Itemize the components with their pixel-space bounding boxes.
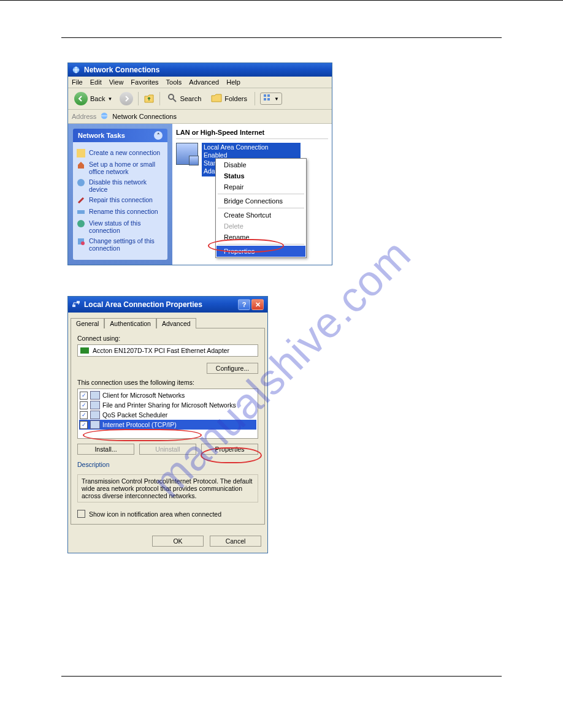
help-button[interactable]: ?	[238, 299, 250, 310]
collapse-chevron-icon[interactable]: ˄	[154, 131, 163, 140]
tasks-header-label: Network Tasks	[78, 132, 125, 139]
uninstall-button: Uninstall	[139, 444, 196, 455]
titlebar: Network Connections	[68, 63, 332, 77]
protocol-icon	[90, 420, 100, 429]
address-label: Address	[72, 113, 96, 120]
views-button[interactable]: ▼	[260, 93, 282, 105]
ok-button[interactable]: OK	[152, 536, 204, 547]
rename-icon	[77, 208, 85, 216]
list-item-tcpip[interactable]: ✓ Internet Protocol (TCP/IP)	[79, 420, 256, 430]
menu-edit[interactable]: Edit	[90, 78, 102, 86]
network-connections-window: Network Connections File Edit View Favor…	[67, 63, 332, 265]
menu-tools[interactable]: Tools	[166, 78, 182, 86]
folders-icon	[211, 93, 222, 104]
close-button[interactable]: ✕	[251, 299, 264, 310]
svg-point-10	[77, 220, 85, 227]
address-value[interactable]: Network Connections	[112, 113, 177, 120]
toolbar-separator	[138, 92, 139, 105]
task-label: Set up a home or small office network	[89, 161, 164, 175]
tab-row: General Authentication Advanced	[71, 317, 265, 328]
checkbox-icon[interactable]: ✓	[80, 421, 88, 429]
connection-icon	[72, 300, 80, 310]
tab-advanced[interactable]: Advanced	[156, 318, 196, 328]
group-header: LAN or High-Speed Internet	[176, 127, 328, 139]
svg-rect-2	[264, 94, 266, 97]
back-arrow-icon	[74, 92, 88, 105]
list-item[interactable]: ✓ QoS Packet Scheduler	[79, 410, 256, 420]
views-icon	[263, 94, 272, 104]
address-bar: Address Network Connections	[68, 110, 332, 124]
svg-rect-4	[264, 98, 266, 100]
menu-separator	[218, 194, 304, 194]
toolbar-separator	[255, 92, 255, 105]
menu-properties[interactable]: Properties	[216, 246, 305, 257]
item-label: QoS Packet Scheduler	[102, 411, 167, 419]
install-button[interactable]: Install...	[77, 444, 134, 455]
svg-rect-7	[77, 149, 85, 157]
task-label: View status of this connection	[89, 219, 164, 234]
task-create-connection[interactable]: Create a new connection	[77, 149, 164, 157]
checkbox-icon[interactable]: ✓	[80, 401, 88, 409]
list-item[interactable]: ✓ Client for Microsoft Networks	[79, 390, 256, 400]
task-view-status[interactable]: View status of this connection	[77, 219, 164, 234]
folders-button[interactable]: Folders	[209, 92, 250, 105]
task-label: Rename this connection	[89, 208, 158, 215]
disable-icon	[77, 178, 85, 187]
menu-shortcut[interactable]: Create Shortcut	[216, 210, 305, 221]
menu-disable[interactable]: Disable	[216, 159, 305, 170]
task-disable-device[interactable]: Disable this network device	[77, 178, 164, 193]
menu-status[interactable]: Status	[216, 170, 305, 181]
menu-help[interactable]: Help	[226, 78, 240, 86]
menu-favorites[interactable]: Favorites	[131, 78, 158, 86]
menubar: File Edit View Favorites Tools Advanced …	[68, 77, 332, 88]
wizard-icon	[77, 149, 85, 157]
back-button[interactable]: Back ▼	[72, 91, 115, 107]
svg-point-12	[81, 241, 85, 245]
items-label: This connection uses the following items…	[77, 379, 258, 386]
lan-connection-icon	[176, 143, 198, 165]
connect-using-label: Connect using:	[77, 335, 258, 342]
task-label: Disable this network device	[89, 178, 164, 193]
checkbox-icon[interactable]: ✓	[80, 392, 88, 400]
properties-button[interactable]: Properties	[201, 444, 258, 455]
status-icon	[77, 219, 85, 228]
task-setup-network[interactable]: Set up a home or small office network	[77, 161, 164, 175]
menu-bridge[interactable]: Bridge Connections	[216, 195, 305, 207]
tab-general[interactable]: General	[71, 318, 104, 328]
task-change-settings[interactable]: Change settings of this connection	[77, 237, 164, 252]
titlebar: Local Area Connection Properties ? ✕	[68, 297, 267, 313]
service-icon	[90, 411, 100, 419]
repair-icon	[77, 196, 85, 205]
search-button[interactable]: Search	[165, 92, 204, 105]
task-rename[interactable]: Rename this connection	[77, 208, 164, 216]
cancel-button[interactable]: Cancel	[210, 536, 261, 547]
forward-button[interactable]	[120, 92, 133, 105]
checkbox-icon[interactable]: ✓	[80, 411, 88, 419]
menu-advanced[interactable]: Advanced	[189, 78, 219, 86]
tab-authentication[interactable]: Authentication	[104, 318, 156, 328]
network-icon	[100, 112, 109, 121]
menu-rename[interactable]: Rename	[216, 232, 305, 243]
configure-button[interactable]: Configure...	[207, 363, 258, 374]
tasks-header[interactable]: Network Tasks ˄	[73, 129, 167, 142]
task-label: Create a new connection	[89, 149, 160, 156]
adapter-field[interactable]: Accton EN1207D-TX PCI Fast Ethernet Adap…	[77, 344, 258, 357]
components-list[interactable]: ✓ Client for Microsoft Networks ✓ File a…	[77, 389, 258, 439]
svg-point-1	[169, 94, 174, 99]
dialog-buttons: OK Cancel	[68, 529, 267, 553]
task-repair[interactable]: Repair this connection	[77, 196, 164, 205]
dialog-title: Local Area Connection Properties	[84, 300, 202, 309]
item-label: Internet Protocol (TCP/IP)	[102, 421, 177, 428]
list-item[interactable]: ✓ File and Printer Sharing for Microsoft…	[79, 400, 256, 410]
context-menu: Disable Status Repair Bridge Connections…	[215, 158, 307, 258]
menu-delete: Delete	[216, 221, 305, 232]
menu-repair[interactable]: Repair	[216, 181, 305, 192]
menu-view[interactable]: View	[109, 78, 124, 86]
service-icon	[90, 401, 100, 409]
show-icon-row[interactable]: Show icon in notification area when conn…	[77, 510, 258, 518]
checkbox-icon[interactable]	[77, 510, 85, 518]
up-folder-button[interactable]	[144, 93, 155, 105]
task-label: Change settings of this connection	[89, 237, 164, 252]
menu-file[interactable]: File	[72, 78, 83, 86]
nic-card-icon	[80, 347, 89, 354]
